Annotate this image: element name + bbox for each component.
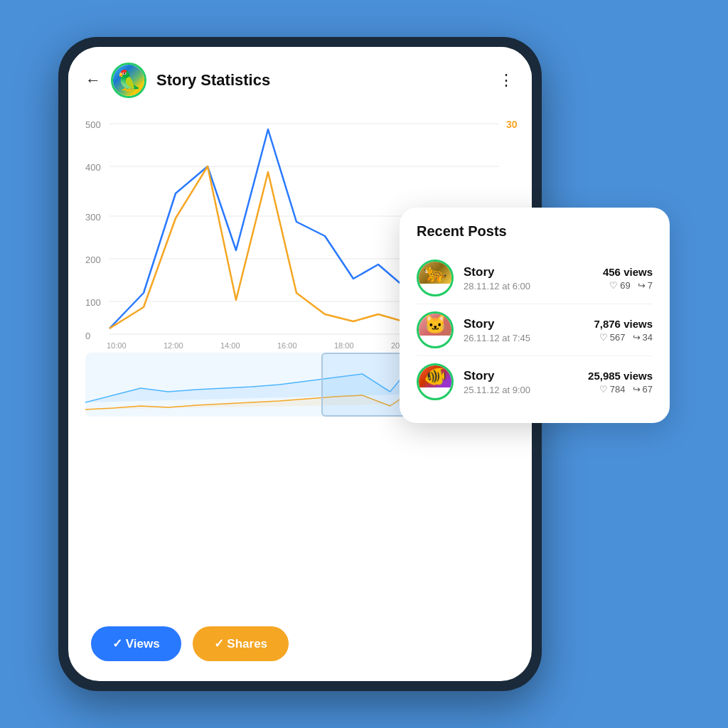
y-label-0: 0 (85, 331, 90, 341)
post-date-3: 25.11.12 at 9:00 (464, 385, 578, 395)
post-title-1: Story (464, 265, 593, 279)
menu-button[interactable]: ⋮ (498, 71, 515, 90)
x-label-1200: 12:00 (164, 341, 183, 350)
post-stats-2: 7,876 views ♡ 567 ↪ 34 (594, 318, 653, 343)
y-label-100: 100 (85, 297, 101, 308)
y-label-500: 500 (85, 119, 101, 130)
avatar-image: 🦜 (113, 65, 144, 96)
y-right-top: 30 (506, 119, 518, 130)
shares-1: ↪ 7 (638, 280, 653, 291)
shares-button[interactable]: ✓ Shares (193, 626, 289, 661)
post-views-3: 25,985 views (588, 370, 653, 382)
post-info-2: Story 26.11.12 at 7:45 (464, 317, 584, 343)
post-engagement-1: ♡ 69 ↪ 7 (603, 280, 653, 291)
likes-1: ♡ 69 (609, 280, 630, 291)
profile-avatar: 🦜 (111, 63, 146, 98)
x-label-1000: 10:00 (107, 341, 127, 350)
y-label-200: 200 (85, 255, 101, 265)
likes-3: ♡ 784 (599, 384, 626, 395)
post-date-2: 26.11.12 at 7:45 (464, 333, 584, 343)
likes-2: ♡ 567 (599, 332, 626, 343)
post-stats-1: 456 views ♡ 69 ↪ 7 (603, 266, 653, 291)
post-image-cat: 🐱 (419, 314, 451, 336)
page-title: Story Statistics (156, 71, 488, 90)
post-avatar-1: 🐆 (417, 259, 454, 296)
post-info-1: Story 28.11.12 at 6:00 (464, 265, 593, 291)
shares-2: ↪ 34 (633, 332, 653, 343)
post-date-1: 28.11.12 at 6:00 (464, 281, 593, 291)
post-title-3: Story (464, 369, 578, 383)
post-avatar-3: 🐠 (417, 363, 454, 400)
recent-posts-card: Recent Posts 🐆 Story 28.11.12 at 6:00 45… (400, 208, 670, 423)
shares-3: ↪ 67 (633, 384, 653, 395)
card-title: Recent Posts (417, 223, 653, 240)
post-stats-3: 25,985 views ♡ 784 ↪ 67 (588, 370, 653, 395)
post-engagement-2: ♡ 567 ↪ 34 (594, 332, 653, 343)
header: ← 🦜 Story Statistics ⋮ (68, 47, 532, 108)
post-avatar-2: 🐱 (417, 311, 454, 348)
post-views-1: 456 views (603, 266, 653, 278)
views-button[interactable]: ✓ Views (91, 626, 181, 661)
post-item-3: 🐠 Story 25.11.12 at 9:00 25,985 views ♡ … (417, 356, 653, 407)
scene: ← 🦜 Story Statistics ⋮ 500 400 300 200 1… (58, 37, 670, 691)
x-label-1400: 14:00 (220, 341, 240, 350)
post-info-3: Story 25.11.12 at 9:00 (464, 369, 578, 395)
x-label-1800: 18:00 (334, 341, 354, 350)
y-label-400: 400 (85, 162, 101, 173)
post-item-1: 🐆 Story 28.11.12 at 6:00 456 views ♡ 69 … (417, 252, 653, 304)
x-label-1600: 16:00 (277, 341, 297, 350)
post-title-2: Story (464, 317, 584, 331)
filter-buttons: ✓ Views ✓ Shares (68, 614, 532, 681)
post-image-fish: 🐠 (419, 365, 451, 387)
y-label-300: 300 (85, 212, 101, 223)
back-button[interactable]: ← (85, 71, 101, 90)
post-item-2: 🐱 Story 26.11.12 at 7:45 7,876 views ♡ 5… (417, 304, 653, 356)
post-views-2: 7,876 views (594, 318, 653, 330)
post-engagement-3: ♡ 784 ↪ 67 (588, 384, 653, 395)
post-image-cheetah: 🐆 (419, 262, 451, 284)
